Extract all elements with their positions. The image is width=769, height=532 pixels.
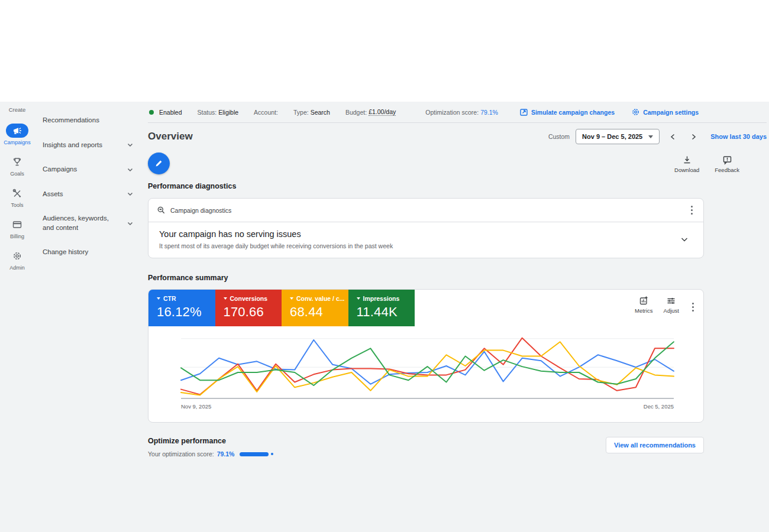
metric-card-conv-value-c[interactable]: Conv. value / c...68.44 xyxy=(282,290,348,326)
card-toolbar: Download Feedback xyxy=(674,155,739,173)
subnav-item-insights-and-reports[interactable]: Insights and reports xyxy=(43,135,137,156)
metric-caret-icon xyxy=(224,297,227,300)
metric-card-impressions[interactable]: Impressions11.44K xyxy=(348,290,415,326)
metric-caret-icon xyxy=(357,297,360,300)
subnav-item-campaigns[interactable]: Campaigns xyxy=(43,159,137,180)
metric-strip: CTR16.12%Conversions170.66Conv. value / … xyxy=(148,290,703,326)
diagnostics-card-header: Campaign diagnostics xyxy=(148,199,703,222)
page-title: Overview xyxy=(148,131,193,142)
optimize-performance-section: Optimize performance Your optimization s… xyxy=(148,437,704,458)
performance-diagnostics-title: Performance diagnostics xyxy=(148,182,767,190)
expand-chevron-icon[interactable] xyxy=(680,235,689,244)
adjust-button[interactable]: Adjust xyxy=(664,296,679,314)
enabled-status[interactable]: Enabled xyxy=(149,109,182,116)
actions-row: Download Feedback xyxy=(148,153,739,174)
rail-item-goals[interactable]: Goals xyxy=(6,155,28,177)
metric-card-ctr[interactable]: CTR16.12% xyxy=(148,290,215,326)
series-line-impressions xyxy=(181,342,674,385)
campaign-type: Type:Search xyxy=(293,109,330,116)
download-button[interactable]: Download xyxy=(674,155,699,173)
campaigns-icon xyxy=(6,124,28,138)
chart-menu-button[interactable] xyxy=(690,300,696,314)
campaign-status-bar: Enabled Status:Eligible Account: Type:Se… xyxy=(148,106,767,123)
custom-range-label: Custom xyxy=(548,133,570,140)
diagnostics-subtext: It spent most of its average daily budge… xyxy=(159,242,393,249)
enabled-dot-icon xyxy=(149,110,154,115)
edit-button[interactable] xyxy=(148,153,170,174)
gear-icon xyxy=(631,108,640,116)
rail-item-admin[interactable]: Admin xyxy=(6,249,28,271)
icon-rail: Create Campaigns Goals Tools Billing xyxy=(0,102,34,532)
previous-range-button[interactable] xyxy=(665,131,680,143)
account-field: Account: xyxy=(254,109,278,116)
subnav-item-recommendations[interactable]: Recommendations xyxy=(43,110,137,131)
chevron-down-icon xyxy=(127,190,134,197)
performance-chart[interactable]: Nov 9, 2025 Dec 5, 2025 xyxy=(148,326,703,422)
optimization-score-value: 79.1% xyxy=(217,450,235,458)
feedback-icon xyxy=(722,155,732,165)
metric-caret-icon xyxy=(157,297,160,300)
simulate-icon xyxy=(519,108,528,116)
secondary-nav: Recommendations Insights and reports Cam… xyxy=(34,102,142,532)
budget-field[interactable]: Budget:£1.00/day xyxy=(345,108,396,116)
show-last-30-days-link[interactable]: Show last 30 days xyxy=(710,133,767,140)
series-line-ctr xyxy=(181,340,674,384)
campaign-settings-link[interactable]: Campaign settings xyxy=(631,108,699,116)
pencil-icon xyxy=(154,159,163,168)
metric-caret-icon xyxy=(290,297,293,300)
serving-status: Status:Eligible xyxy=(198,109,239,116)
diagnostics-card-body: Your campaign has no serving issues It s… xyxy=(148,222,703,258)
chevron-right-icon xyxy=(690,133,697,141)
performance-summary-card: CTR16.12%Conversions170.66Conv. value / … xyxy=(148,289,704,423)
date-range-picker[interactable]: Nov 9 – Dec 5, 2025 xyxy=(576,129,660,144)
chevron-down-icon xyxy=(127,166,134,173)
subnav-item-assets[interactable]: Assets xyxy=(43,184,137,205)
tools-icon xyxy=(6,186,28,200)
download-icon xyxy=(682,155,692,165)
chevron-left-icon xyxy=(669,133,677,141)
subnav-item-audiences-keywords-content[interactable]: Audiences, keywords, and content xyxy=(43,208,137,238)
caret-down-icon xyxy=(648,135,653,138)
diagnostics-menu-button[interactable] xyxy=(689,203,695,217)
metric-card-conversions[interactable]: Conversions170.66 xyxy=(215,290,282,326)
optimization-score-line: Your optimization score: 79.1% xyxy=(148,450,273,458)
create-button[interactable]: Create xyxy=(9,106,26,113)
rail-item-billing[interactable]: Billing xyxy=(6,218,28,239)
simulate-campaign-changes-link[interactable]: Simulate campaign changes xyxy=(519,108,615,116)
optimization-score-bar xyxy=(240,452,273,456)
diagnostics-magnifier-icon xyxy=(157,206,166,215)
adjust-icon xyxy=(666,296,676,306)
chevron-down-icon xyxy=(127,220,134,227)
overview-header: Overview Custom Nov 9 – Dec 5, 2025 Show… xyxy=(148,129,767,144)
x-axis-end-label: Dec 5, 2025 xyxy=(644,403,674,410)
performance-summary-title: Performance summary xyxy=(148,274,767,282)
rail-item-tools[interactable]: Tools xyxy=(6,186,28,208)
chevron-down-icon xyxy=(127,141,134,148)
metrics-button[interactable]: Metrics xyxy=(635,296,653,314)
google-ads-app: Create Campaigns Goals Tools Billing xyxy=(0,102,769,532)
x-axis-start-label: Nov 9, 2025 xyxy=(181,403,211,410)
subnav-item-change-history[interactable]: Change history xyxy=(43,242,137,263)
optimization-score-field[interactable]: Optimization score:79.1% xyxy=(425,109,498,116)
date-range-controls: Custom Nov 9 – Dec 5, 2025 Show last 30 … xyxy=(548,129,767,144)
next-range-button[interactable] xyxy=(686,131,701,143)
billing-icon xyxy=(6,218,28,232)
main-content: Enabled Status:Eligible Account: Type:Se… xyxy=(142,102,769,532)
metrics-icon xyxy=(639,296,649,306)
goals-icon xyxy=(6,155,28,169)
campaign-diagnostics-card: Campaign diagnostics Your campaign has n… xyxy=(148,198,704,258)
optimize-performance-title: Optimize performance xyxy=(148,437,273,445)
rail-item-campaigns[interactable]: Campaigns xyxy=(4,124,31,145)
admin-icon xyxy=(6,249,28,263)
diagnostics-headline: Your campaign has no serving issues xyxy=(159,229,393,239)
view-all-recommendations-button[interactable]: View all recommendations xyxy=(606,437,704,453)
chart-actions: Metrics Adjust xyxy=(635,296,696,314)
feedback-button[interactable]: Feedback xyxy=(715,155,739,173)
